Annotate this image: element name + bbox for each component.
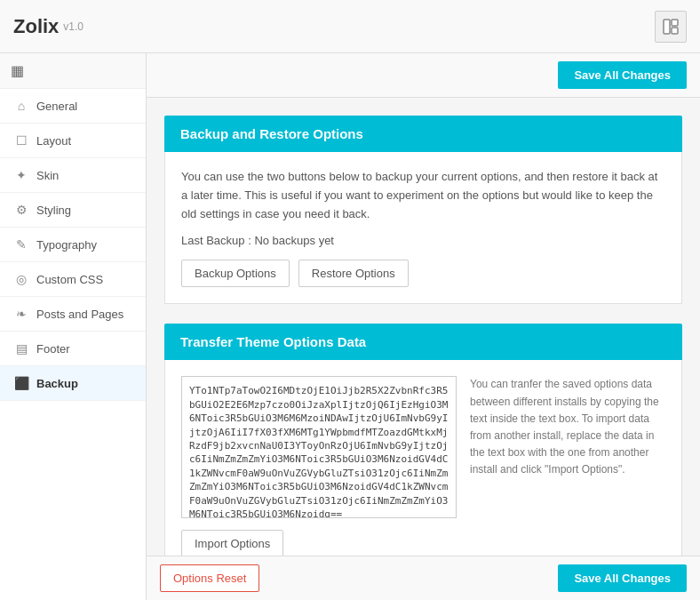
transfer-description: You can tranfer the saved options data b… <box>470 376 665 556</box>
svg-rect-2 <box>672 28 678 34</box>
backup-options-button[interactable]: Backup Options <box>181 260 290 287</box>
typography-icon: ✎ <box>13 237 29 252</box>
posts-pages-icon: ❧ <box>13 307 29 321</box>
sidebar-nav: ⌂ General ☐ Layout ✦ Skin ⚙ Styling ✎ Ty… <box>0 89 146 600</box>
app-version: v1.0 <box>63 20 84 33</box>
sidebar-item-backup[interactable]: ⬛ Backup <box>0 366 146 401</box>
backup-restore-section: Backup and Restore Options You can use t… <box>164 116 682 304</box>
content-top-bar: Save All Changes <box>147 53 700 98</box>
svg-rect-1 <box>672 20 678 26</box>
main-layout: ▦ ⌂ General ☐ Layout ✦ Skin ⚙ Styling ✎ … <box>0 53 700 600</box>
panel-toggle-icon[interactable] <box>655 11 687 43</box>
transfer-section: Transfer Theme Options Data YTo1NTp7aTow… <box>164 324 682 556</box>
last-backup-text: Last Backup : No backups yet <box>181 234 665 247</box>
sidebar-item-label-backup: Backup <box>36 377 78 390</box>
sidebar-item-typography[interactable]: ✎ Typography <box>0 228 146 262</box>
sidebar-item-label-footer: Footer <box>36 342 70 356</box>
sidebar-item-label-styling: Styling <box>36 204 71 217</box>
content-main: Backup and Restore Options You can use t… <box>147 98 700 556</box>
general-icon: ⌂ <box>13 99 29 113</box>
sidebar-item-styling[interactable]: ⚙ Styling <box>0 193 146 228</box>
sidebar-item-label-general: General <box>36 100 77 113</box>
sidebar-item-label-skin: Skin <box>36 169 59 182</box>
transfer-layout: YTo1NTp7aTowO2I6MDtzOjE1OiJjb2R5X2ZvbnRf… <box>181 376 665 556</box>
transfer-body: YTo1NTp7aTowO2I6MDtzOjE1OiJjb2R5X2ZvbnRf… <box>164 360 682 556</box>
sidebar-item-posts-and-pages[interactable]: ❧ Posts and Pages <box>0 297 146 332</box>
sidebar-header-icon: ▦ <box>11 62 24 79</box>
transfer-textarea[interactable]: YTo1NTp7aTowO2I6MDtzOjE1OiJjb2R5X2ZvbnRf… <box>181 376 457 518</box>
backup-restore-title: Backup and Restore Options <box>180 126 363 141</box>
layout-icon: ☐ <box>13 133 29 148</box>
sidebar-item-label-layout: Layout <box>36 134 71 148</box>
sidebar-item-label-custom-css: Custom CSS <box>36 273 103 286</box>
sidebar-item-layout[interactable]: ☐ Layout <box>0 124 146 158</box>
transfer-textarea-wrap: YTo1NTp7aTowO2I6MDtzOjE1OiJjb2R5X2ZvbnRf… <box>181 376 457 556</box>
backup-description: You can use the two buttons below to bac… <box>181 168 665 223</box>
sidebar-item-skin[interactable]: ✦ Skin <box>0 158 146 193</box>
custom-css-icon: ◎ <box>13 272 29 286</box>
bottom-save-all-button[interactable]: Save All Changes <box>558 564 687 592</box>
transfer-header: Transfer Theme Options Data <box>164 324 682 360</box>
backup-icon: ⬛ <box>13 376 29 390</box>
import-btn-wrap: Import Options <box>181 530 457 556</box>
sidebar-item-general[interactable]: ⌂ General <box>0 89 146 124</box>
app-title: Zolix <box>13 15 59 38</box>
backup-buttons-group: Backup Options Restore Options <box>181 260 665 287</box>
styling-icon: ⚙ <box>13 203 29 217</box>
sidebar-item-label-typography: Typography <box>36 238 97 252</box>
restore-options-button[interactable]: Restore Options <box>298 260 409 287</box>
svg-rect-0 <box>664 20 670 34</box>
backup-restore-body: You can use the two buttons below to bac… <box>164 152 682 304</box>
backup-restore-header: Backup and Restore Options <box>164 116 682 152</box>
content-area: Save All Changes Backup and Restore Opti… <box>147 53 700 600</box>
content-footer: Options Reset Save All Changes <box>147 556 700 600</box>
options-reset-button[interactable]: Options Reset <box>160 564 259 592</box>
skin-icon: ✦ <box>13 168 29 182</box>
sidebar-item-custom-css[interactable]: ◎ Custom CSS <box>0 262 146 297</box>
top-bar: Zolix v1.0 <box>0 0 700 53</box>
transfer-title: Transfer Theme Options Data <box>180 334 366 349</box>
sidebar-header: ▦ <box>0 53 146 89</box>
sidebar: ▦ ⌂ General ☐ Layout ✦ Skin ⚙ Styling ✎ … <box>0 53 147 600</box>
import-options-button[interactable]: Import Options <box>181 530 283 556</box>
top-save-all-button[interactable]: Save All Changes <box>558 61 687 89</box>
sidebar-item-footer[interactable]: ▤ Footer <box>0 332 146 366</box>
footer-icon: ▤ <box>13 341 29 356</box>
sidebar-item-label-posts-and-pages: Posts and Pages <box>36 308 123 321</box>
